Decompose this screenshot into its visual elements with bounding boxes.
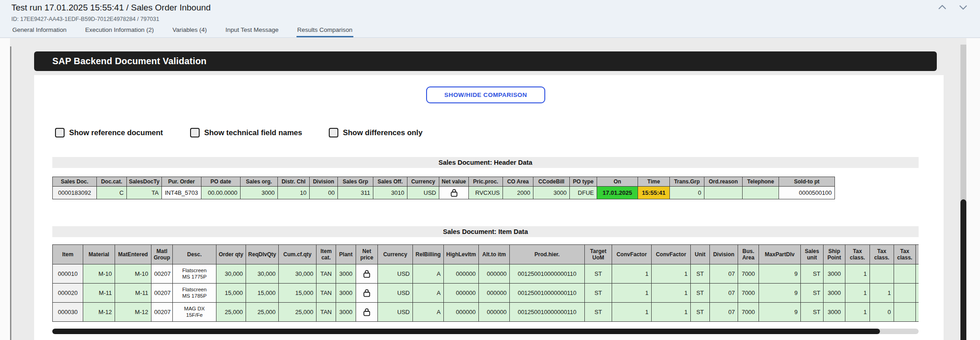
column-header-relbilling: RelBilling — [413, 245, 444, 264]
column-header — [916, 245, 919, 264]
show-hide-comparison-button[interactable]: SHOW/HIDE COMPARISON — [426, 86, 545, 103]
show-reference-document-checkbox[interactable] — [55, 128, 65, 137]
table-cell: 15,000 — [246, 284, 279, 303]
table-cell: 07 — [710, 284, 738, 303]
table-cell: 7000 — [738, 284, 759, 303]
table-cell: 0 — [870, 303, 894, 322]
table-cell: 10 — [278, 187, 310, 199]
table-cell: 7000 — [738, 264, 759, 284]
table-cell: USD — [378, 264, 413, 284]
chevron-up-icon[interactable] — [937, 2, 947, 12]
table-cell: 3000 — [824, 264, 845, 284]
table-cell: 3000 — [824, 303, 845, 322]
table-cell: ST — [691, 264, 710, 284]
vertical-scrollbar-thumb[interactable] — [960, 199, 966, 340]
table-cell: C — [97, 187, 127, 199]
column-header-ord-reason: Ord.reason — [704, 177, 743, 187]
show-differences-only-checkbox[interactable] — [329, 128, 338, 137]
tab-strip: General InformationExecution Information… — [11, 24, 353, 37]
table-cell: 07 — [710, 264, 738, 284]
table-cell: 2000 — [503, 187, 533, 199]
column-header-po-type: PO type — [570, 177, 597, 187]
column-header-item-cat: Item cat. — [317, 245, 336, 264]
table-cell: USD — [378, 303, 413, 322]
column-header-unit: Unit — [691, 245, 710, 264]
table-cell: A — [413, 303, 444, 322]
column-header-salesdocty: SalesDocTy — [127, 177, 162, 187]
column-header-sales-doc: Sales Doc. — [53, 177, 97, 187]
table-cell: 000000 — [444, 264, 479, 284]
table-cell: 25,000 — [246, 303, 279, 322]
tab-input-test-message[interactable]: Input Test Message — [225, 25, 280, 37]
column-header-plant: Plant — [336, 245, 356, 264]
column-header-telephone: Telephone — [743, 177, 779, 187]
column-header-pur-order: Pur. Order — [162, 177, 201, 187]
table-cell: ST — [691, 303, 710, 322]
filter-show-reference-document: Show reference document — [55, 128, 163, 137]
tab-results-comparison[interactable]: Results Comparison — [297, 25, 354, 37]
table-cell: 001250010000000110 — [510, 264, 585, 284]
table-cell: ST — [585, 303, 612, 322]
table-cell: MAG DX 15F/Fe — [173, 303, 216, 322]
filter-label: Show differences only — [343, 128, 422, 137]
header-nav — [937, 2, 968, 12]
table-cell — [870, 264, 894, 284]
horizontal-scrollbar-thumb[interactable] — [52, 329, 880, 334]
tab-variables-4[interactable]: Variables (4) — [171, 25, 208, 37]
table-cell: ST — [801, 303, 824, 322]
table-cell: 001250010000000110 — [510, 303, 585, 322]
locked-value-cell — [356, 284, 378, 303]
table-cell: TAN — [317, 264, 336, 284]
tab-execution-information-2[interactable]: Execution Information (2) — [84, 25, 155, 37]
table-cell: USD — [378, 284, 413, 303]
horizontal-scrollbar[interactable] — [52, 329, 919, 334]
section-header-bar: SAP Backend Document Validation — [34, 51, 937, 71]
tab-general-information[interactable]: General Information — [11, 25, 67, 37]
right-gutter — [966, 38, 980, 340]
header-data-table-wrap: Sales Doc.Doc.cat.SalesDocTyPur. OrderPO… — [52, 177, 835, 199]
chevron-down-icon[interactable] — [958, 2, 968, 12]
table-cell: 30,000 — [246, 264, 279, 284]
table-cell: 311 — [338, 187, 373, 199]
filter-show-differences-only: Show differences only — [329, 128, 422, 137]
vertical-scrollbar[interactable] — [960, 45, 966, 340]
table-cell: M-12 — [115, 303, 151, 322]
table-cell: 1 — [612, 303, 652, 322]
column-header-ship-point: Ship Point — [824, 245, 845, 264]
table-cell: 00.00.0000 — [201, 187, 241, 199]
table-cell — [916, 303, 919, 322]
column-header-sales-grp: Sales Grp — [338, 177, 373, 187]
lock-icon — [450, 188, 458, 197]
table-cell: 7000 — [738, 303, 759, 322]
panel-divider — [10, 46, 11, 340]
table-cell: 3000 — [336, 284, 356, 303]
table-cell: ST — [801, 284, 824, 303]
column-header-ccodebill: CCodeBill — [533, 177, 570, 187]
table-cell: USD — [407, 187, 439, 199]
table-cell: 30,000 — [279, 264, 317, 284]
table-cell: 000000 — [444, 303, 479, 322]
table-cell — [894, 303, 916, 322]
column-header-pric-proc: Pric.proc. — [469, 177, 503, 187]
column-header-net-price: Net price — [356, 245, 378, 264]
table-cell: 1 — [652, 303, 691, 322]
table-cell: A — [413, 264, 444, 284]
item-data-caption: Sales Document: Item Data — [52, 226, 919, 237]
table-cell: 1 — [845, 264, 870, 284]
column-header-on: On — [597, 177, 638, 187]
column-header-order-qty: Order qty — [216, 245, 246, 264]
table-cell: 000010 — [53, 264, 83, 284]
lock-icon — [363, 308, 371, 316]
table-cell: 00207 — [151, 303, 173, 322]
column-header-maxpartdlv: MaxPartDlv — [759, 245, 801, 264]
content-area: SAP Backend Document Validation SHOW/HID… — [0, 38, 980, 340]
table-cell: 1 — [652, 264, 691, 284]
show-technical-field-names-checkbox[interactable] — [190, 128, 200, 137]
table-cell: 00207 — [151, 264, 173, 284]
table-cell: 3000 — [241, 187, 278, 199]
column-header-doc-cat: Doc.cat. — [97, 177, 127, 187]
lock-icon — [363, 269, 371, 278]
column-header-currency: Currency — [407, 177, 439, 187]
column-header-desc: Desc. — [173, 245, 216, 264]
table-cell: 000000 — [444, 284, 479, 303]
